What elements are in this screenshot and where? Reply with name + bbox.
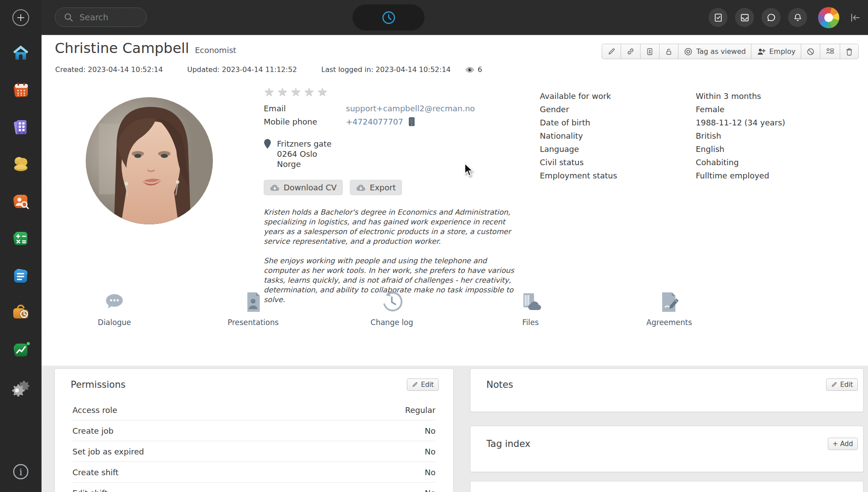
address-city: 0264 Oslo bbox=[277, 149, 332, 159]
detail-row: Language English bbox=[540, 142, 785, 155]
panels-section: Permissions Edit Access role Regular Cre… bbox=[42, 366, 868, 492]
chat-icon bbox=[766, 13, 776, 23]
permission-label: Edit shift bbox=[72, 488, 107, 492]
files-icon bbox=[520, 291, 541, 313]
chat-button[interactable] bbox=[762, 8, 781, 27]
employ-button[interactable]: Employ bbox=[751, 44, 801, 59]
tag-index-panel: Tag index + Add bbox=[470, 426, 864, 472]
sidebar-item-calculator[interactable] bbox=[10, 228, 31, 249]
add-new-button[interactable] bbox=[12, 9, 29, 26]
inbox-icon bbox=[740, 13, 750, 23]
permission-row: Access role Regular bbox=[72, 400, 436, 420]
quicklink-label: Dialogue bbox=[98, 318, 131, 327]
permissions-title: Permissions bbox=[71, 379, 125, 390]
mobile-phone-icon bbox=[409, 117, 415, 126]
export-label: Export bbox=[370, 183, 396, 192]
address-street: Fritzners gate bbox=[277, 139, 332, 149]
lock-button[interactable] bbox=[659, 44, 678, 59]
portrait-image bbox=[86, 97, 213, 224]
worktime-icon bbox=[11, 303, 30, 322]
recman-logo[interactable] bbox=[818, 7, 839, 28]
quicklink-label: Presentations bbox=[227, 318, 279, 327]
quicklink-files[interactable]: Files bbox=[461, 290, 600, 327]
search-field[interactable] bbox=[79, 12, 138, 23]
permissions-panel: Permissions Edit Access role Regular Cre… bbox=[54, 368, 454, 492]
sidebar-item-contacts[interactable] bbox=[10, 154, 31, 175]
sidebar-item-worktime[interactable] bbox=[10, 302, 31, 323]
permission-value: No bbox=[425, 426, 436, 435]
candidate-photo bbox=[86, 97, 213, 224]
bio-paragraph-1: Kristen holds a Bachelor's degree in Eco… bbox=[264, 208, 523, 246]
delete-button[interactable] bbox=[840, 44, 859, 59]
email-label: Email bbox=[264, 104, 346, 113]
tasks-icon bbox=[713, 13, 723, 23]
sidebar-item-calendar[interactable] bbox=[10, 79, 31, 101]
detail-label: Nationality bbox=[540, 131, 696, 140]
page-title: Christine Campbell bbox=[55, 40, 189, 57]
sidebar-item-info[interactable]: i bbox=[11, 462, 30, 483]
sidebar-item-candidate-search[interactable] bbox=[10, 191, 31, 212]
phone-value[interactable]: +4724077707 bbox=[346, 117, 403, 126]
quicklink-presentations[interactable]: Presentations bbox=[184, 290, 322, 327]
id-card-icon bbox=[646, 48, 654, 56]
collapse-panel-button[interactable] bbox=[849, 12, 861, 23]
contacts-icon bbox=[11, 155, 30, 174]
detail-label: Civil status bbox=[540, 158, 696, 167]
settings-icon bbox=[11, 377, 30, 397]
time-tracker-button[interactable] bbox=[353, 4, 425, 30]
quicklink-agreements[interactable]: Agreements bbox=[600, 290, 739, 327]
last-login-timestamp: Last logged in: 2023-04-14 10:52:14 bbox=[321, 65, 451, 74]
change-log-icon bbox=[381, 291, 403, 313]
phone-label: Mobile phone bbox=[264, 117, 346, 126]
tag-as-viewed-button[interactable]: Tag as viewed bbox=[678, 44, 751, 59]
download-cv-label: Download CV bbox=[284, 183, 337, 192]
tasks-button[interactable] bbox=[709, 8, 728, 27]
tag-add-button[interactable]: + Add bbox=[828, 438, 858, 450]
person-list-icon bbox=[826, 48, 834, 56]
candidate-search-icon bbox=[11, 192, 30, 211]
sidebar-item-settings[interactable] bbox=[10, 376, 31, 397]
detail-value: Female bbox=[696, 105, 724, 114]
tag-index-title: Tag index bbox=[486, 439, 531, 449]
person-list-button[interactable] bbox=[820, 44, 840, 59]
updated-timestamp: Updated: 2023-04-14 11:12:52 bbox=[187, 65, 297, 74]
sidebar-item-home[interactable] bbox=[10, 42, 31, 64]
detail-value: British bbox=[696, 131, 721, 140]
search-input[interactable] bbox=[55, 8, 147, 27]
address-country: Norge bbox=[277, 159, 332, 169]
trash-icon bbox=[845, 48, 853, 56]
quicklink-label: Files bbox=[522, 318, 538, 327]
edit-button[interactable] bbox=[602, 44, 621, 59]
collapse-left-icon bbox=[849, 12, 861, 23]
viewed-icon bbox=[684, 47, 693, 56]
quicklink-label: Agreements bbox=[646, 318, 692, 327]
quicklink-change-log[interactable]: Change log bbox=[322, 290, 461, 327]
detail-label: Available for work bbox=[540, 91, 696, 101]
vcard-button[interactable] bbox=[640, 44, 660, 59]
sidebar-item-documents[interactable] bbox=[10, 265, 31, 286]
download-cv-button[interactable]: Download CV bbox=[264, 180, 343, 195]
candidate-details: Available for work Within 3 months Gende… bbox=[540, 89, 785, 182]
permissions-edit-button[interactable]: Edit bbox=[407, 378, 439, 391]
agreements-icon bbox=[660, 291, 679, 313]
quicklink-dialogue[interactable]: Dialogue bbox=[45, 290, 184, 327]
pencil-icon bbox=[831, 382, 837, 388]
detail-row: Gender Female bbox=[540, 102, 785, 116]
detail-label: Gender bbox=[540, 105, 696, 114]
rating-stars[interactable]: ★★★★★ bbox=[264, 85, 533, 100]
block-button[interactable] bbox=[801, 44, 820, 59]
email-value[interactable]: support+campbell2@recman.no bbox=[346, 104, 475, 113]
calendar-icon bbox=[11, 80, 30, 100]
sidebar-item-reports[interactable] bbox=[10, 339, 31, 360]
notifications-button[interactable] bbox=[788, 8, 807, 27]
notes-edit-button[interactable]: Edit bbox=[826, 378, 858, 391]
eye-icon bbox=[465, 67, 474, 73]
inbox-button[interactable] bbox=[735, 8, 754, 27]
permissions-table: Access role Regular Create job No Set jo… bbox=[55, 400, 453, 492]
sidebar-item-company[interactable] bbox=[10, 117, 31, 138]
permission-value: No bbox=[425, 468, 436, 477]
notes-panel: Notes Edit bbox=[470, 368, 864, 412]
link-button[interactable] bbox=[621, 44, 641, 59]
svg-text:i: i bbox=[19, 467, 23, 477]
export-button[interactable]: Export bbox=[350, 180, 402, 195]
